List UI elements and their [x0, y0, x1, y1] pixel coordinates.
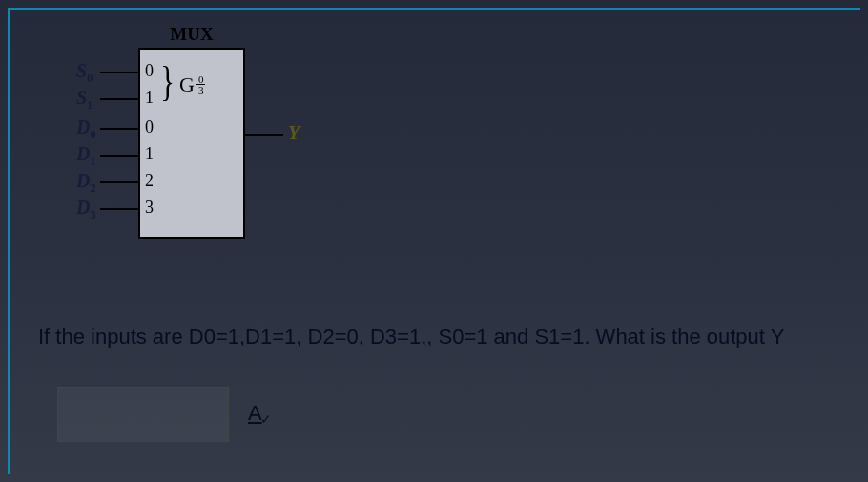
input-label-s1: S1: [76, 87, 93, 113]
pin-d1: 1: [145, 144, 154, 164]
wire-s0: [100, 72, 138, 73]
input-label-d2: D2: [76, 170, 95, 196]
mux-diagram: MUX S0 0 S1 1 } G03 D0 0 D1 1 D2 2 D3 3 …: [38, 19, 420, 248]
wire-s1: [100, 98, 138, 100]
pin-d0: 0: [145, 117, 154, 137]
select-brace: }: [160, 57, 175, 106]
pin-d3: 3: [145, 198, 154, 218]
input-label-d3: D3: [76, 197, 95, 222]
wire-d1: [100, 155, 138, 157]
wire-d2: [100, 181, 138, 183]
pin-s0: 0: [145, 61, 154, 81]
input-label-s0: S0: [76, 60, 93, 86]
mux-title: MUX: [138, 24, 245, 45]
pin-s1: 1: [145, 88, 154, 108]
question-text: If the inputs are D0=1,D1=1, D2=0, D3=1,…: [38, 325, 839, 349]
answer-input[interactable]: [57, 387, 229, 442]
input-label-d0: D0: [76, 116, 95, 142]
gate-label: G03: [179, 73, 205, 97]
output-label-y: Y: [288, 122, 300, 144]
wire-d0: [100, 128, 138, 130]
wire-y: [245, 134, 283, 136]
spellcheck-icon[interactable]: A✓: [248, 401, 274, 426]
input-label-d1: D1: [76, 143, 95, 169]
wire-d3: [100, 208, 138, 210]
pin-d2: 2: [145, 171, 154, 191]
